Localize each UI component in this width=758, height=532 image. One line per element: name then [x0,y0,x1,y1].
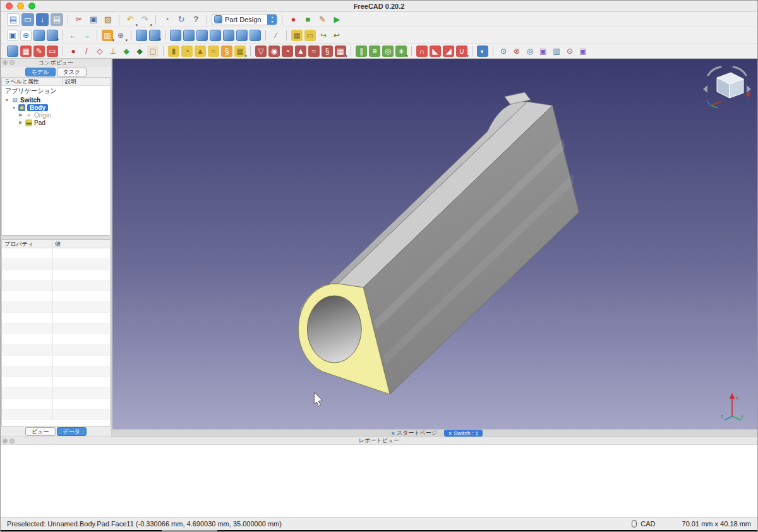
defeaturing-icon[interactable]: ⊗ [511,45,522,57]
copy-icon[interactable]: ▣ [87,13,100,26]
tab-model[interactable]: モデル [25,68,56,77]
tree-expander-icon[interactable]: ▶ [18,120,23,125]
stopwatch-icon[interactable]: ◔ [160,13,173,26]
report-close-icon[interactable]: × [3,438,8,444]
pan-right-arrow-icon[interactable] [747,85,751,93]
redo-icon[interactable]: ↷▾ [138,13,151,26]
zoom-window-button[interactable] [28,3,35,9]
workbench-stepper-icon[interactable]: ▴▾ [267,14,277,25]
edit-sketch-icon[interactable]: ✎ [33,45,45,57]
datum-point-icon[interactable]: ● [68,45,79,57]
subtractive-loft-icon[interactable]: ▲ [295,45,306,57]
pan-left-arrow-icon[interactable] [703,85,707,93]
panel-float-icon[interactable] [9,60,15,65]
minimize-window-button[interactable] [17,3,24,9]
draft-icon[interactable]: ◢ [443,45,454,57]
check-geometry-icon[interactable]: ⊙ [498,45,509,57]
parametric-frame-icon[interactable]: ▣ [577,45,589,57]
rotate-right-arrow-icon[interactable] [733,67,746,75]
whats-this-icon[interactable]: ? [190,13,202,26]
rotate-left-arrow-icon[interactable] [708,67,721,75]
create-part-icon[interactable]: ▦ [291,30,303,41]
workbench-selector[interactable]: Part Design ▴▾ [212,14,277,25]
view-rear-icon[interactable] [210,30,221,41]
view-left-icon[interactable] [236,30,248,41]
tree-item-origin[interactable]: ▶⌖Origin [2,111,110,119]
draw-style-icon[interactable]: ▾ [47,30,58,41]
open-folder-icon[interactable]: ▭ [21,13,34,26]
tree-root-label[interactable]: アプリケーション [2,86,110,96]
mdi-tab-switch-1[interactable]: ×Switch : 1 [444,430,483,437]
sub-shape-binder-icon[interactable]: ◆ [134,45,145,57]
create-group-icon[interactable]: ▭ [304,30,316,41]
macro-execute-icon[interactable]: ▶ [330,13,343,26]
mirrored-icon[interactable]: ∥ [356,45,367,57]
fit-selection-icon[interactable]: ⊕ [20,30,32,41]
pad-icon[interactable]: ▮ [168,45,179,57]
macro-stop-icon[interactable]: ■ [301,13,314,26]
print-icon[interactable]: ▤ [51,13,63,26]
tree-expander-icon[interactable]: ▼ [11,106,16,110]
pocket-icon[interactable]: ▽ [255,45,267,57]
refresh-icon[interactable]: ↻ [175,13,188,26]
make-sub-link-icon[interactable]: ↩ [331,30,342,41]
refine-shape-icon[interactable]: ◎ [524,45,536,57]
close-window-button[interactable] [6,3,13,9]
orthographic-view-icon[interactable]: ▥▾ [102,30,113,41]
boolean-operation-icon[interactable]: ◐ [477,45,488,57]
groove-icon[interactable]: ◔ [282,45,293,57]
map-sketch-icon[interactable]: ▭ [47,45,58,57]
fit-all-icon[interactable]: ▣ [7,30,18,41]
undo-icon[interactable]: ↶▾ [124,13,136,26]
revolution-icon[interactable]: ◔ [181,45,193,57]
tree-item-switch[interactable]: ▼▤Switch [2,96,110,104]
convert-to-solid-icon[interactable]: ▣ [538,45,549,57]
thickness-icon[interactable]: ∪▾ [456,45,467,57]
nav-back-icon[interactable]: ← [68,30,79,41]
tree-expander-icon[interactable]: ▶ [18,112,23,118]
datum-plane-icon[interactable]: ◇ [94,45,105,57]
subtractive-helix-icon[interactable]: § [322,45,333,57]
tree-item-pad[interactable]: ▶▬Pad [2,119,110,126]
create-sketch-icon[interactable]: ▦ [20,45,32,57]
subtractive-pipe-icon[interactable]: ≈ [308,45,320,57]
shape-binder-icon[interactable]: ◆ [121,45,132,57]
create-body-icon[interactable] [7,45,18,57]
subtractive-primitive-icon[interactable]: ▦▾ [335,45,346,57]
datum-line-icon[interactable]: / [81,45,92,57]
view-bottom-icon[interactable] [223,30,234,41]
panel-close-icon[interactable]: × [3,60,8,65]
zoom-icon[interactable]: ⊕▾ [115,30,126,41]
view-home-icon[interactable] [250,30,261,41]
nav-style-label[interactable]: CAD [641,520,655,528]
linear-pattern-icon[interactable]: ≡ [369,45,380,57]
make-link-icon[interactable]: ↪ [318,30,329,41]
tree-item-body[interactable]: ▼◆Body [2,104,110,111]
additive-loft-icon[interactable]: ▲ [195,45,206,57]
sketch-validate-icon[interactable]: ⊙ [564,45,575,57]
additive-primitive-icon[interactable]: ▦▾ [234,45,246,57]
polar-pattern-icon[interactable]: ◎ [382,45,394,57]
macro-edit-icon[interactable]: ✎ [316,13,328,26]
tab-view[interactable]: ビュー [25,427,55,437]
tab-data[interactable]: データ [57,427,87,437]
mouse-nav-icon[interactable] [632,520,637,528]
mdi-tab--[interactable]: ×スタートページ [387,430,442,437]
report-float-icon[interactable] [9,438,15,444]
section-view-icon[interactable]: ▥ [551,45,562,57]
view-top-icon[interactable] [183,30,195,41]
sync-view-icon[interactable] [33,30,45,41]
view-fit-icon[interactable] [136,30,147,41]
chamfer-icon[interactable]: ◣ [430,45,441,57]
paste-icon[interactable]: ▨ [102,13,114,26]
tree-expander-icon[interactable]: ▼ [4,98,9,102]
view-front-icon[interactable] [170,30,181,41]
additive-helix-icon[interactable]: § [221,45,232,57]
additive-pipe-icon[interactable]: ≈ [208,45,219,57]
new-document-icon[interactable]: ▤ [7,13,20,26]
measure-distance-icon[interactable]: ∕ [270,30,282,41]
hole-icon[interactable]: ◉ [268,45,280,57]
tab-close-icon[interactable]: × [392,430,395,437]
navigation-cube[interactable] [702,65,752,111]
3d-viewport[interactable]: x y z [112,59,757,429]
